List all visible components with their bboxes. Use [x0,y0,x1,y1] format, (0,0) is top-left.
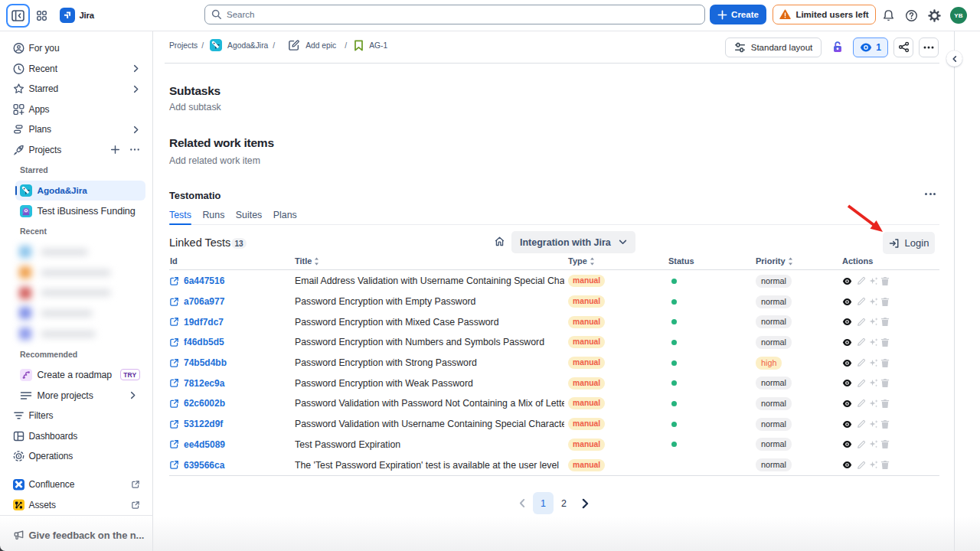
ai-sparkle-icon[interactable] [868,297,879,307]
standard-layout-button[interactable]: Standard layout [725,37,822,57]
add-subtask-button[interactable]: Add subtask [169,102,221,112]
view-icon[interactable] [842,317,852,327]
delete-icon[interactable] [880,337,890,347]
ai-sparkle-icon[interactable] [868,460,879,470]
view-icon[interactable] [842,378,852,388]
view-icon[interactable] [842,358,852,368]
page-1-button[interactable]: 1 [533,492,554,514]
column-header-title[interactable]: Title [295,256,319,266]
sidebar-item-plans[interactable]: Plans [6,119,147,139]
add-project-icon[interactable] [110,145,120,155]
expand-panel-button[interactable] [946,51,962,67]
prev-page-icon[interactable] [518,498,528,508]
column-header-id[interactable]: Id [170,256,178,266]
recent-item-blurred[interactable] [19,306,93,320]
edit-test-icon[interactable] [857,419,866,429]
jira-logo[interactable] [60,8,75,23]
edit-test-icon[interactable] [857,297,866,306]
delete-icon[interactable] [880,419,890,429]
tab-tests[interactable]: Tests [169,210,191,224]
test-id-link[interactable]: 62c6002b [184,398,225,409]
edit-test-icon[interactable] [857,461,866,470]
next-page-icon[interactable] [580,498,590,509]
delete-icon[interactable] [880,439,890,449]
projects-more-icon[interactable] [129,145,140,155]
breadcrumb-issue-key[interactable]: AG-1 [354,40,387,51]
sidebar-item-more-projects[interactable]: More projects [15,386,145,406]
notifications-button[interactable] [880,8,896,23]
breadcrumb-project[interactable]: Agoda&Jira [210,39,268,51]
tab-runs[interactable]: Runs [202,210,224,224]
column-header-status[interactable]: Status [668,256,694,266]
limited-users-button[interactable]: Limited users left [773,5,876,24]
search-input[interactable]: Search [204,5,705,24]
delete-icon[interactable] [880,460,890,470]
sidebar-item-dashboards[interactable]: Dashboards [6,426,147,446]
test-id-link[interactable]: 639566ca [184,460,224,471]
sidebar-item-filters[interactable]: Filters [6,406,147,425]
breadcrumb-projects[interactable]: Projects [169,41,198,50]
delete-icon[interactable] [880,358,890,368]
ai-sparkle-icon[interactable] [868,317,879,327]
ai-sparkle-icon[interactable] [868,378,879,388]
test-id-link[interactable]: ee4d5089 [184,439,225,450]
ai-sparkle-icon[interactable] [868,337,879,347]
column-header-priority[interactable]: Priority [756,256,793,266]
test-id-link[interactable]: f46db5d5 [184,337,224,347]
view-icon[interactable] [842,460,852,470]
delete-icon[interactable] [880,276,890,286]
sidebar-item-recent[interactable]: Recent [6,59,147,79]
sidebar-item-assets[interactable]: Assets [6,495,147,515]
view-icon[interactable] [842,419,852,429]
tab-plans[interactable]: Plans [273,210,297,224]
recent-item-blurred[interactable] [19,266,111,279]
ai-sparkle-icon[interactable] [868,358,879,368]
more-actions-button[interactable] [919,37,939,57]
user-avatar[interactable]: YB [950,7,967,24]
testomatio-more-button[interactable] [925,193,936,195]
edit-test-icon[interactable] [857,337,866,347]
create-button[interactable]: Create [710,5,766,24]
edit-test-icon[interactable] [857,379,866,388]
sidebar-project-test-ibusiness[interactable]: Test iBusiness Funding [15,201,145,221]
test-id-link[interactable]: a706a977 [184,296,224,307]
sidebar-item-for-you[interactable]: For you [6,38,147,58]
sidebar-item-feedback[interactable]: Give feedback on the n... [6,525,147,545]
sidebar-item-projects[interactable]: Projects [6,140,147,160]
test-id-link[interactable]: 6a447516 [184,276,224,286]
share-button[interactable] [893,37,913,57]
view-icon[interactable] [842,337,852,347]
test-id-link[interactable]: 7812ec9a [184,378,224,389]
ai-sparkle-icon[interactable] [868,276,879,286]
edit-test-icon[interactable] [857,440,866,449]
view-icon[interactable] [842,297,852,307]
view-icon[interactable] [842,439,852,449]
delete-icon[interactable] [880,297,890,307]
sidebar-toggle-button[interactable] [6,4,30,28]
ai-sparkle-icon[interactable] [868,439,879,449]
sidebar-item-apps[interactable]: Apps [6,99,147,119]
unlock-icon[interactable] [832,37,843,57]
edit-test-icon[interactable] [857,358,866,367]
edit-test-icon[interactable] [857,276,866,285]
recent-item-blurred[interactable] [19,245,88,259]
sidebar-item-operations[interactable]: Operations [6,446,147,466]
view-icon[interactable] [842,399,852,409]
view-icon[interactable] [842,276,852,286]
ai-sparkle-icon[interactable] [868,399,879,409]
page-2-button[interactable]: 2 [554,492,574,514]
help-button[interactable] [903,8,919,23]
add-related-item-button[interactable]: Add related work item [169,155,260,166]
sidebar-item-starred[interactable]: Starred [6,79,147,99]
ai-sparkle-icon[interactable] [868,419,879,429]
delete-icon[interactable] [880,399,890,409]
sidebar-project-agoda-jira[interactable]: Agoda&Jira [15,181,145,201]
tab-suites[interactable]: Suites [236,210,262,224]
sidebar-item-confluence[interactable]: Confluence [6,474,147,494]
settings-button[interactable] [926,8,942,23]
watchers-button[interactable]: 1 [853,37,888,57]
edit-test-icon[interactable] [857,399,866,408]
sidebar-item-create-roadmap[interactable]: Create a roadmap TRY [15,365,145,385]
test-id-link[interactable]: 53122d9f [184,419,223,429]
column-header-type[interactable]: Type [568,256,595,266]
